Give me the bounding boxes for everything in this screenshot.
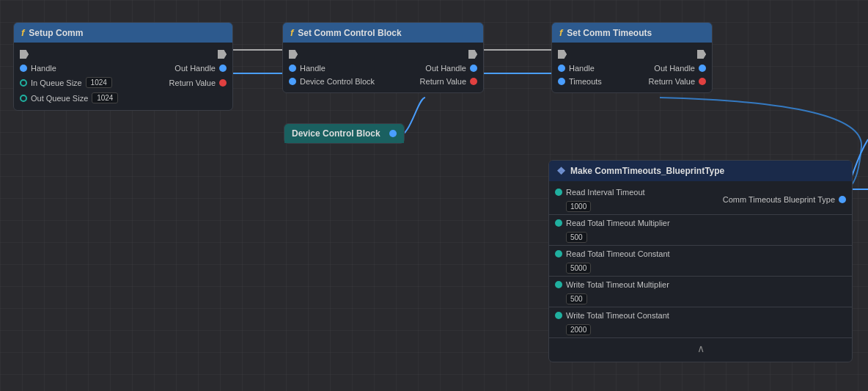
set-comm-timeouts-body: Handle Out Handle Timeouts Return Value (552, 43, 712, 92)
set-comm-timeouts-title: Set Comm Timeouts (567, 28, 652, 38)
field-row-3: Write Total Timeout Multiplier 500 (549, 278, 852, 305)
return-dot-2 (470, 78, 477, 85)
handle-row-3: Handle Out Handle (552, 62, 712, 75)
func-icon: f (21, 27, 24, 38)
handle-right-3: Out Handle (654, 64, 706, 73)
return-right-2: Return Value (420, 77, 477, 86)
out-queue-dot (20, 95, 27, 102)
collapse-row[interactable]: ∧ (549, 340, 852, 357)
exec-in-pin-3[interactable] (558, 50, 567, 59)
dcb-row: Device Control Block Return Value (283, 75, 483, 88)
field-label-4: Write Total Timeout Constant (566, 311, 669, 320)
setup-comm-header: f Setup Comm (14, 23, 232, 43)
timeouts-row: Timeouts Return Value (552, 75, 712, 88)
timeouts-label: Timeouts (569, 77, 602, 86)
make-comm-header: ❖ Make CommTimeouts_BlueprintType (549, 161, 852, 181)
field-dot-1 (555, 219, 562, 227)
handle-left: Handle (20, 64, 56, 73)
make-icon: ❖ (556, 165, 566, 177)
field-label-3: Write Total Timeout Multiplier (566, 280, 669, 289)
return-label: Return Value (169, 78, 216, 87)
output-side: Comm Timeouts Blueprint Type (723, 195, 846, 204)
field-row-1: Read Total Timeout Multiplier 500 (549, 216, 852, 244)
make-comm-title: Make CommTimeouts_BlueprintType (570, 166, 724, 176)
out-queue-label: Out Queue Size (31, 94, 88, 103)
set-comm-timeouts-node: f Set Comm Timeouts Handle Out Handle Ti… (551, 22, 713, 93)
out-queue-row: Out Queue Size 1024 (14, 90, 232, 106)
exec-in-pin[interactable] (20, 50, 29, 59)
handle-out-label: Out Handle (174, 64, 216, 73)
divider-1 (549, 214, 852, 215)
dcb-in-dot (289, 78, 296, 85)
handle-out-dot-2 (470, 65, 477, 72)
field-value-4[interactable]: 2000 (566, 324, 591, 335)
dcb-label: Device Control Block (300, 77, 375, 86)
field-value-1[interactable]: 500 (566, 232, 587, 243)
exec-out-pin[interactable] (218, 50, 227, 59)
handle-row-2: Handle Out Handle (283, 62, 483, 75)
make-comm-timeouts-node: ❖ Make CommTimeouts_BlueprintType Read I… (548, 160, 853, 362)
setup-comm-body: Handle Out Handle In Queue Size 1024 Ret… (14, 43, 232, 110)
output-dot (839, 196, 846, 203)
handle-right: Out Handle (174, 64, 227, 73)
handle-in-label: Handle (31, 64, 56, 73)
field-row-2: Read Total Timeout Constant 5000 (549, 247, 852, 274)
field-dot-2 (555, 250, 562, 257)
field-dot-0 (555, 189, 562, 196)
field-value-0[interactable]: 1000 (566, 201, 591, 212)
dcb-header: Device Control Block (284, 124, 404, 143)
handle-in-dot-2 (289, 65, 296, 72)
return-right: Return Value (169, 78, 227, 87)
divider-4 (549, 307, 852, 307)
handle-in-dot-3 (558, 65, 565, 72)
field-row-4: Write Total Timeout Constant 2000 (549, 309, 852, 336)
output-label: Comm Timeouts Blueprint Type (723, 195, 835, 204)
return-dot (219, 79, 227, 87)
in-queue-left: In Queue Size 1024 (20, 77, 112, 88)
set-comm-control-body: Handle Out Handle Device Control Block R… (283, 43, 483, 92)
return-dot-3 (699, 78, 706, 85)
handle-out-label-2: Out Handle (425, 64, 466, 73)
exec-row-2 (283, 47, 483, 62)
exec-out-pin-3[interactable] (697, 50, 706, 59)
in-queue-label: In Queue Size (31, 78, 82, 87)
return-right-3: Return Value (649, 77, 706, 86)
field-label-1: Read Total Timeout Multiplier (566, 219, 670, 227)
timeouts-in-dot (558, 78, 565, 85)
divider-5 (549, 337, 852, 338)
func-icon-2: f (290, 27, 293, 38)
dcb-left: Device Control Block (289, 77, 375, 86)
setup-comm-node: f Setup Comm Handle Out Handle In Queue … (13, 22, 233, 111)
handle-in-dot (20, 65, 27, 72)
in-queue-row: In Queue Size 1024 Return Value (14, 75, 232, 90)
field-label-2: Read Total Timeout Constant (566, 249, 670, 258)
in-queue-dot (20, 79, 27, 87)
func-icon-3: f (559, 27, 562, 38)
exec-row-3 (552, 47, 712, 62)
in-queue-value[interactable]: 1024 (86, 77, 112, 88)
field-dot-3 (555, 281, 562, 288)
handle-out-dot (219, 65, 227, 72)
return-label-3: Return Value (649, 77, 695, 86)
set-comm-timeouts-header: f Set Comm Timeouts (552, 23, 712, 43)
field-value-2[interactable]: 5000 (566, 263, 591, 274)
device-control-block-node: Device Control Block (284, 123, 405, 144)
exec-out-pin-2[interactable] (468, 50, 477, 59)
handle-left-3: Handle (558, 64, 595, 73)
return-label-2: Return Value (420, 77, 466, 86)
field-row-0: Read Interval Timeout 1000 Comm Timeouts… (549, 186, 852, 213)
handle-left-2: Handle (289, 64, 326, 73)
out-queue-value[interactable]: 1024 (92, 92, 118, 103)
handle-out-label-3: Out Handle (654, 64, 695, 73)
divider-2 (549, 245, 852, 246)
field-left-0: Read Interval Timeout 1000 (555, 188, 645, 211)
handle-in-label-3: Handle (569, 64, 595, 73)
chevron-up-icon[interactable]: ∧ (697, 343, 705, 354)
make-comm-body: Read Interval Timeout 1000 Comm Timeouts… (549, 181, 852, 362)
handle-row: Handle Out Handle (14, 62, 232, 75)
setup-comm-title: Setup Comm (29, 28, 83, 38)
handle-right-2: Out Handle (425, 64, 477, 73)
field-value-3[interactable]: 500 (566, 293, 587, 304)
field-dot-4 (555, 312, 562, 319)
exec-in-pin-2[interactable] (289, 50, 298, 59)
